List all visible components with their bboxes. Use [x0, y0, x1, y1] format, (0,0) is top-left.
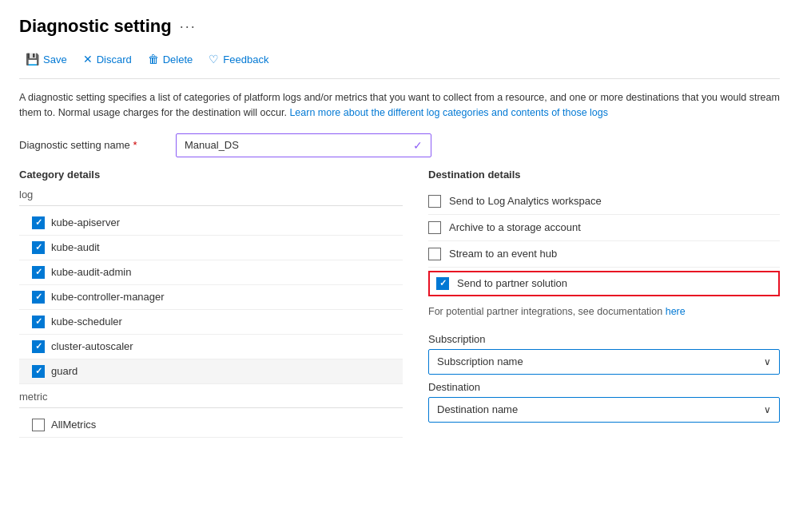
log-item-cluster-autoscaler[interactable]: cluster-autoscaler	[19, 335, 403, 359]
log-item-kube-controller-manager[interactable]: kube-controller-manager	[19, 285, 403, 310]
main-content: Category details log kube-apiserver kube…	[19, 169, 780, 438]
check-icon: ✓	[413, 139, 423, 152]
save-icon: 💾	[26, 53, 39, 66]
subscription-label: Subscription	[428, 333, 780, 345]
metric-subsection-title: metric	[19, 391, 403, 403]
log-item-kube-apiserver[interactable]: kube-apiserver	[19, 211, 403, 236]
save-button[interactable]: 💾 Save	[19, 50, 74, 69]
feedback-button[interactable]: ♡ Feedback	[202, 50, 275, 69]
checkbox-kube-controller-manager[interactable]	[32, 291, 45, 304]
log-section: log kube-apiserver kube-audit kube-audit…	[19, 189, 403, 384]
learn-more-link[interactable]: Learn more about the different log categ…	[289, 107, 608, 118]
checkbox-kube-scheduler[interactable]	[32, 316, 45, 328]
page-header: Diagnostic setting ···	[19, 16, 780, 37]
dest-log-analytics[interactable]: Send to Log Analytics workspace	[428, 189, 780, 215]
metric-section: metric AllMetrics	[19, 391, 403, 438]
setting-name-label: Diagnostic setting name *	[19, 139, 163, 151]
page-ellipsis: ···	[180, 18, 197, 35]
destination-details-panel: Destination details Send to Log Analytic…	[428, 169, 780, 438]
delete-button[interactable]: 🗑 Delete	[141, 50, 200, 69]
required-indicator: *	[133, 139, 137, 151]
category-details-panel: Category details log kube-apiserver kube…	[19, 169, 403, 438]
dest-partner-solution[interactable]: Send to partner solution	[428, 271, 780, 296]
subscription-dropdown[interactable]: Subscription name ∨	[428, 349, 780, 375]
log-item-kube-audit-admin[interactable]: kube-audit-admin	[19, 260, 403, 285]
discard-button[interactable]: ✕ Discard	[77, 50, 138, 69]
chevron-down-icon: ∨	[764, 356, 771, 367]
destination-dropdown[interactable]: Destination name ∨	[428, 397, 780, 423]
chevron-down-icon-dest: ∨	[764, 404, 771, 415]
setting-name-row: Diagnostic setting name * Manual_DS ✓	[19, 133, 780, 157]
destination-details-title: Destination details	[428, 169, 780, 181]
checkbox-archive-storage[interactable]	[428, 221, 441, 234]
checkbox-log-analytics[interactable]	[428, 195, 441, 208]
destination-label: Destination	[428, 381, 780, 393]
dest-archive-storage[interactable]: Archive to a storage account	[428, 215, 780, 241]
checkbox-kube-audit[interactable]	[32, 241, 45, 254]
metric-item-allmetrics[interactable]: AllMetrics	[19, 413, 403, 438]
delete-icon: 🗑	[148, 53, 159, 66]
checkbox-allmetrics[interactable]	[32, 419, 45, 431]
dest-event-hub[interactable]: Stream to an event hub	[428, 241, 780, 268]
setting-name-input[interactable]: Manual_DS ✓	[176, 133, 431, 157]
partner-docs-link[interactable]: here	[666, 306, 686, 317]
log-subsection-title: log	[19, 189, 403, 200]
page-title: Diagnostic setting	[19, 16, 172, 37]
log-separator	[19, 205, 403, 206]
checkbox-guard[interactable]	[32, 365, 45, 378]
discard-icon: ✕	[83, 53, 93, 66]
log-item-guard[interactable]: guard	[19, 359, 403, 384]
toolbar: 💾 Save ✕ Discard 🗑 Delete ♡ Feedback	[19, 50, 780, 79]
category-details-title: Category details	[19, 169, 403, 181]
feedback-icon: ♡	[209, 53, 219, 66]
checkbox-kube-audit-admin[interactable]	[32, 266, 45, 279]
partner-info-text: For potential partner integrations, see …	[428, 300, 780, 327]
checkbox-kube-apiserver[interactable]	[32, 216, 45, 229]
description-text: A diagnostic setting specifies a list of…	[19, 90, 780, 121]
log-item-kube-scheduler[interactable]: kube-scheduler	[19, 310, 403, 335]
metric-separator	[19, 407, 403, 408]
log-item-kube-audit[interactable]: kube-audit	[19, 236, 403, 260]
checkbox-cluster-autoscaler[interactable]	[32, 340, 45, 353]
checkbox-event-hub[interactable]	[428, 248, 441, 260]
checkbox-partner-solution[interactable]	[436, 277, 449, 290]
